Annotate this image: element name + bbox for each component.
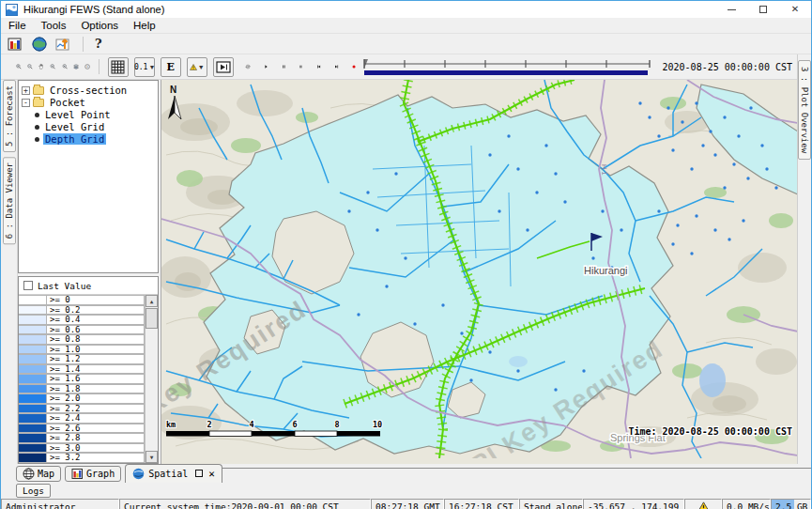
tree-leaf-level-point[interactable]: Level Point [19, 109, 158, 120]
status-gmt-time: 08:27:18 GMT [371, 499, 444, 509]
status-warning[interactable] [684, 499, 722, 509]
menu-bar: File Tools Options Help [1, 18, 811, 34]
legend-row[interactable]: >= 3.0 [19, 443, 145, 454]
globe-icon[interactable] [32, 37, 47, 52]
animation-dialog-button[interactable] [213, 57, 234, 77]
labels-button[interactable]: E [161, 57, 181, 77]
time-slider[interactable] [362, 56, 653, 77]
toolbar-datetime: 2020-08-25 00:00:00 CST [659, 62, 797, 72]
legend-label: >= 1.2 [47, 354, 145, 364]
skip-end-icon[interactable] [334, 60, 339, 73]
legend-label: >= 2.0 [47, 393, 145, 404]
legend-row[interactable]: >= 2.6 [19, 424, 145, 434]
pause-icon[interactable] [282, 60, 286, 73]
stop-icon[interactable] [299, 60, 303, 73]
info-icon[interactable]: i [84, 58, 90, 75]
layers-icon[interactable] [73, 58, 79, 75]
close-icon: ✕ [791, 5, 799, 14]
legend-row[interactable]: >= 1.2 [19, 354, 145, 364]
legend-color-swatch [19, 413, 47, 424]
legend-row[interactable]: >= 2.8 [19, 433, 145, 443]
dock-tab-data-viewer[interactable]: 6 : Data Viewer [3, 157, 16, 244]
legend-row[interactable]: >= 3.2 [19, 453, 145, 463]
expand-icon[interactable]: + [22, 86, 30, 95]
bullet-icon [35, 137, 39, 142]
pan-hand-icon[interactable] [38, 58, 44, 75]
legend-row[interactable]: >= 0.8 [19, 334, 145, 345]
timeseries-chart-icon[interactable] [55, 37, 71, 52]
legend-row[interactable]: >= 0 [19, 295, 145, 305]
map-canvas[interactable]: API Key Required API Key Required Hikura… [161, 80, 797, 464]
collapse-icon[interactable]: - [22, 99, 30, 107]
zoom-previous-icon[interactable] [50, 58, 55, 75]
panel-close-icon[interactable]: ✕ [208, 468, 215, 480]
legend-color-swatch [19, 315, 47, 325]
tree-node-label[interactable]: Cross-section [48, 85, 129, 96]
menu-file[interactable]: File [1, 18, 34, 34]
interval-dropdown-button[interactable]: 0.1 ▼ [134, 57, 155, 77]
dock-tab-forecast[interactable]: 5 : Forecast [3, 80, 16, 152]
close-button[interactable]: ✕ [779, 1, 811, 18]
tab-map[interactable]: Map [16, 466, 61, 482]
panel-maximize-icon[interactable] [195, 470, 203, 477]
legend-row[interactable]: >= 0.2 [19, 305, 145, 316]
minimize-button[interactable] [715, 1, 747, 18]
scroll-thumb[interactable] [146, 308, 158, 329]
bar-chart-icon[interactable] [8, 37, 23, 52]
menu-help[interactable]: Help [126, 18, 163, 34]
loop-icon[interactable] [245, 58, 251, 75]
legend-row[interactable]: >= 2.2 [19, 404, 145, 414]
zoom-out-icon[interactable] [27, 58, 33, 75]
logs-button[interactable]: Logs [16, 484, 51, 498]
legend-row[interactable]: >= 2.4 [19, 413, 145, 424]
legend-color-swatch [19, 305, 47, 316]
legend-label: >= 2.6 [47, 424, 145, 434]
maximize-icon [759, 6, 767, 13]
zoom-next-icon[interactable] [62, 58, 68, 75]
status-user: Administrator [1, 499, 119, 509]
tab-spatial-selected[interactable]: Spatial ✕ [125, 464, 222, 483]
legend-row[interactable]: >= 1.0 [19, 345, 145, 355]
legend-label: >= 1.0 [47, 345, 145, 355]
grid-button[interactable] [108, 57, 129, 77]
bullet-icon [35, 113, 39, 117]
last-value-checkbox[interactable] [23, 281, 33, 290]
legend-row[interactable]: >= 0.6 [19, 325, 145, 335]
skip-start-icon[interactable] [316, 60, 321, 73]
scale-tick: 2 [207, 420, 211, 429]
legend-row[interactable]: >= 1.8 [19, 384, 145, 394]
legend-row[interactable]: >= 0.4 [19, 315, 145, 325]
legend-header: Last Value [19, 277, 158, 295]
tree-node-label[interactable]: Pocket [48, 97, 87, 108]
help-icon[interactable]: ? [95, 37, 102, 51]
tree-leaf-label[interactable]: Level Point [43, 109, 113, 120]
play-icon[interactable] [264, 60, 268, 73]
scroll-down-icon[interactable]: ▼ [146, 451, 158, 463]
legend-scrollbar[interactable]: ▲ ▼ [145, 295, 158, 463]
menu-options[interactable]: Options [73, 18, 126, 34]
tree-leaf-level-grid[interactable]: Level Grid [19, 121, 158, 132]
bottom-tab-bar: Map Graph Spatial ✕ [1, 464, 811, 483]
title-bar: Hikurangi FEWS (Stand alone) ✕ [1, 1, 811, 18]
tree-leaf-label[interactable]: Level Grid [43, 121, 106, 132]
dock-tab-plot-overview[interactable]: 3 : Plot Overview [798, 60, 811, 160]
legend-row[interactable]: >= 1.6 [19, 374, 145, 384]
tree-node-cross-section[interactable]: + Cross-section [19, 85, 158, 96]
menu-tools[interactable]: Tools [34, 18, 74, 34]
tab-graph[interactable]: Graph [65, 466, 121, 482]
legend-color-swatch [19, 443, 47, 454]
status-coordinates: -35.657 , 174.199 [583, 499, 684, 509]
tree-leaf-label-selected[interactable]: Depth Grid [43, 133, 106, 145]
legend-row[interactable]: >= 2.0 [19, 393, 145, 404]
tree-leaf-depth-grid[interactable]: Depth Grid [19, 133, 158, 145]
zoom-in-icon[interactable] [16, 58, 22, 75]
scale-tick: 6 [292, 420, 297, 429]
warning-threshold-button[interactable]: ▼ [187, 57, 207, 77]
maximize-button[interactable] [747, 1, 779, 18]
logs-row: Logs [1, 483, 811, 499]
tree-node-pocket[interactable]: - Pocket [19, 97, 158, 108]
record-icon[interactable] [352, 61, 356, 72]
tab-graph-label: Graph [86, 469, 115, 479]
legend-row[interactable]: >= 1.4 [19, 364, 145, 375]
scroll-up-icon[interactable]: ▲ [146, 295, 158, 307]
